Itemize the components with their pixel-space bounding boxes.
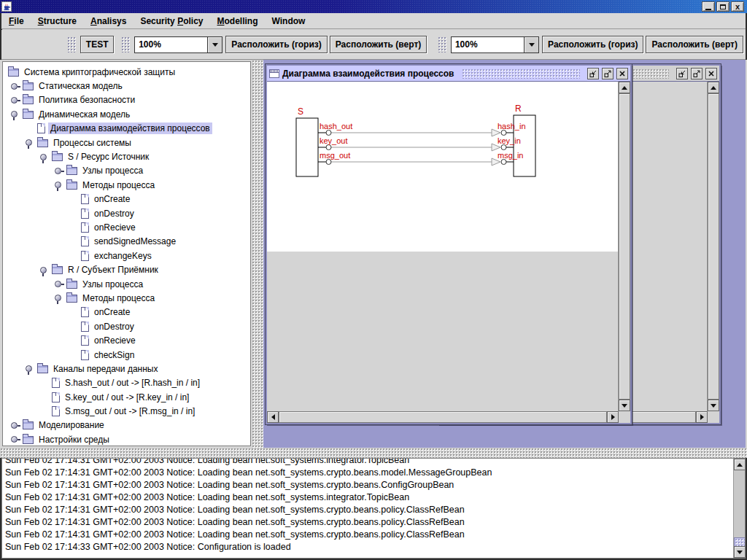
scroll-down-button[interactable]: [619, 400, 630, 411]
scroll-left-button[interactable]: [267, 411, 279, 423]
tree-row[interactable]: Процессы системы: [4, 136, 249, 149]
combo-dropdown-button[interactable]: [524, 37, 538, 52]
tree-collapsed-handle-icon[interactable]: [54, 279, 63, 289]
frame-close-button[interactable]: [616, 68, 628, 79]
window-minimize-button[interactable]: [702, 1, 715, 12]
scrollbar-thumb[interactable]: [708, 93, 719, 400]
vertical-scrollbar[interactable]: [619, 82, 630, 411]
tree-collapsed-handle-icon[interactable]: [10, 421, 20, 430]
menu-item-file[interactable]: File: [7, 15, 26, 28]
frame-maximize-button[interactable]: [602, 68, 614, 79]
out-port-hash_out[interactable]: [326, 131, 331, 136]
horizontal-splitter[interactable]: [0, 448, 747, 458]
toolbar-grip-icon[interactable]: [67, 36, 77, 52]
arrange-horizontal-button-right[interactable]: Расположить (гориз): [542, 36, 643, 53]
vertical-scrollbar[interactable]: [708, 82, 719, 411]
tree-expanded-handle-icon[interactable]: [39, 152, 49, 162]
scroll-up-button[interactable]: [619, 82, 630, 93]
tree-row[interactable]: onCreate: [4, 306, 249, 319]
tree-row[interactable]: checkSign: [4, 348, 249, 362]
tree-row[interactable]: onRecieve: [4, 333, 249, 347]
diagram-canvas[interactable]: SRhash_outhash_inkey_outkey_inmsg_outmsg…: [267, 82, 618, 252]
toolbar-grip-icon[interactable]: [438, 36, 447, 52]
in-port-key_in[interactable]: [501, 145, 506, 150]
menu-item-window[interactable]: Window: [271, 15, 307, 28]
scroll-right-button[interactable]: [696, 411, 708, 423]
tree-row[interactable]: exchangeKeys: [4, 249, 249, 262]
tree-row[interactable]: Каналы передачи данных: [4, 362, 249, 376]
horizontal-scrollbar[interactable]: [267, 411, 619, 423]
tree-row[interactable]: S.hash_out / out -> [R.hash_in / in]: [4, 376, 249, 390]
tree-row[interactable]: S.key_out / out -> [R.key_in / in]: [4, 390, 249, 404]
frame-iconify-button[interactable]: [587, 68, 599, 79]
frame-iconify-button[interactable]: [676, 68, 688, 79]
scroll-up-button[interactable]: [708, 82, 719, 93]
tree-row[interactable]: Статическая модель: [4, 79, 249, 93]
process-box-S[interactable]: [296, 118, 318, 176]
out-port-key_out[interactable]: [326, 145, 331, 150]
menu-item-analisys[interactable]: Analisys: [89, 15, 128, 28]
scroll-down-button[interactable]: [708, 400, 719, 411]
zoom-select-right[interactable]: 100%: [451, 36, 539, 53]
scroll-up-button[interactable]: [734, 459, 746, 470]
menu-item-modelling[interactable]: Modelling: [216, 15, 260, 28]
window-close-button[interactable]: x: [731, 1, 744, 12]
scrollbar-thumb[interactable]: [619, 93, 630, 400]
tree-label: Методы процесса: [80, 179, 157, 191]
vertical-splitter[interactable]: [252, 60, 263, 448]
tree-row[interactable]: Динамическая модель: [4, 107, 249, 121]
main-area: Система криптографической защитыСтатичес…: [0, 60, 747, 448]
zoom-select-left[interactable]: 100%: [134, 36, 222, 53]
tree-row[interactable]: onDestroy: [4, 206, 249, 220]
tree-row[interactable]: Моделирование: [4, 419, 249, 432]
diagram-frame-titlebar[interactable]: Диаграмма взаимодействия процессов: [267, 66, 630, 82]
in-port-msg_in[interactable]: [501, 160, 506, 165]
out-port-msg_out[interactable]: [326, 160, 331, 165]
tree-expanded-handle-icon[interactable]: [54, 180, 63, 190]
tree-collapsed-handle-icon[interactable]: [10, 435, 20, 444]
window-maximize-button[interactable]: [716, 1, 729, 12]
test-button[interactable]: TEST: [80, 36, 115, 53]
tree-expanded-handle-icon[interactable]: [25, 138, 34, 147]
tree-row[interactable]: onDestroy: [4, 319, 249, 333]
java-app-icon[interactable]: [1, 1, 12, 12]
tree-row[interactable]: R / Субъект Приёмник: [4, 262, 249, 276]
tree-row[interactable]: Узлы процесса: [4, 164, 249, 178]
frame-maximize-button[interactable]: [691, 68, 703, 79]
tree-row[interactable]: sendSignedMessage: [4, 235, 249, 249]
tree-row[interactable]: Узлы процесса: [4, 277, 249, 291]
tree-row[interactable]: S.msg_out / out -> [R.msg_in / in]: [4, 404, 249, 418]
tree-row[interactable]: Настройки среды: [4, 432, 249, 446]
scroll-right-button[interactable]: [607, 411, 619, 423]
tree-row[interactable]: Методы процесса: [4, 291, 249, 305]
tree-row[interactable]: Система криптографической защиты: [4, 65, 249, 79]
scrollbar-thumb[interactable]: [279, 411, 607, 423]
tree-row[interactable]: Методы процесса: [4, 178, 249, 192]
tree-row[interactable]: S / Ресурс Источник: [4, 149, 249, 163]
tree-collapsed-handle-icon[interactable]: [10, 96, 20, 105]
arrange-vertical-button-left[interactable]: Расположить (верт): [330, 36, 427, 53]
tree-expanded-handle-icon[interactable]: [54, 293, 63, 303]
frame-close-button[interactable]: [705, 68, 717, 79]
tree-expanded-handle-icon[interactable]: [39, 265, 49, 275]
combo-dropdown-button[interactable]: [207, 37, 222, 52]
tree-collapsed-handle-icon[interactable]: [54, 166, 63, 176]
arrange-vertical-button-right[interactable]: Расположить (верт): [646, 36, 743, 53]
log-vertical-scrollbar[interactable]: [733, 459, 745, 558]
menu-item-structure[interactable]: Structure: [36, 15, 78, 28]
tree-row[interactable]: Диаграмма взаимодействия процессов: [4, 122, 249, 136]
window-titlebar[interactable]: x: [0, 0, 747, 13]
toolbar-grip-icon[interactable]: [121, 36, 131, 52]
tree-row[interactable]: Политика безопасности: [4, 93, 249, 107]
tree-collapsed-handle-icon[interactable]: [10, 82, 20, 91]
tree-expanded-handle-icon[interactable]: [10, 109, 20, 119]
tree-row[interactable]: onCreate: [4, 192, 249, 206]
in-port-hash_in[interactable]: [501, 131, 506, 136]
scroll-down-button[interactable]: [734, 546, 746, 558]
tree-row[interactable]: onRecieve: [4, 220, 249, 234]
document-icon: [81, 222, 89, 233]
arrange-horizontal-button-left[interactable]: Расположить (гориз): [225, 36, 327, 53]
tree-expanded-handle-icon[interactable]: [25, 364, 34, 373]
diagram-frame[interactable]: Диаграмма взаимодействия процессов: [266, 64, 632, 424]
menu-item-security-policy[interactable]: Security Policy: [139, 15, 204, 28]
